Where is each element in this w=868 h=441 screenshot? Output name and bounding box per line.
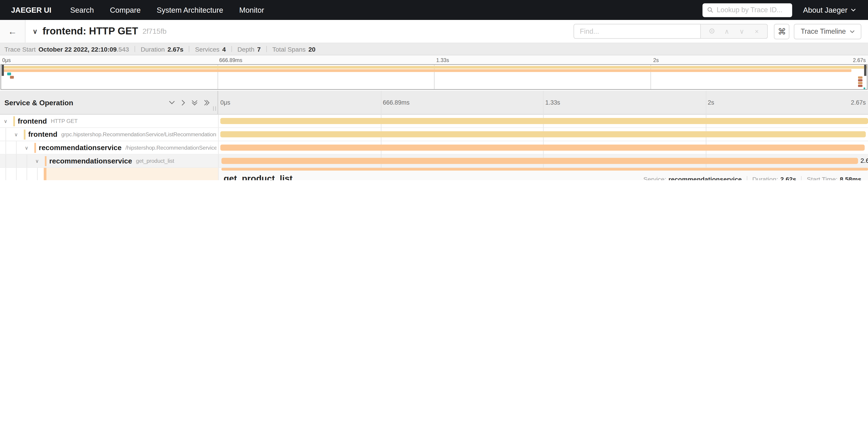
minimap-span-bar — [10, 76, 14, 78]
span-meta: Service:recommendationserviceDuration:2.… — [638, 176, 863, 180]
span-operation-name: /hipstershop.RecommendationService/Lis..… — [125, 145, 216, 151]
meta-value: 2.62s — [780, 176, 796, 180]
find-input[interactable] — [574, 24, 701, 39]
span-detail-title-row: get_product_list Service:recommendations… — [223, 174, 862, 180]
span-labels: recommendationserviceget_product_list — [49, 155, 217, 167]
span-detail-highlight — [46, 168, 218, 180]
clear-find-icon[interactable]: × — [749, 27, 764, 35]
arrow-left-icon: ← — [8, 26, 17, 36]
span-operation-name: grpc.hipstershop.RecommendationService/L… — [61, 131, 217, 138]
span-rows-top: ∨frontendHTTP GET∨frontendgrpc.hipstersh… — [0, 115, 868, 168]
stat-suffix: .543 — [117, 46, 129, 52]
viewport-right-handle[interactable] — [864, 65, 866, 76]
minimap-canvas[interactable] — [0, 64, 867, 90]
stat-value: 2.67s — [167, 46, 183, 52]
collapse-all-icon[interactable] — [191, 99, 197, 106]
trace-stat: Duration2.67s — [141, 46, 184, 52]
span-meta-item: Start Time:8.58ms — [801, 176, 863, 180]
column-resizer[interactable] — [213, 107, 216, 111]
span-row-timeline[interactable] — [218, 141, 868, 154]
span-row[interactable]: ∨frontendgrpc.hipstershop.Recommendation… — [0, 128, 868, 141]
indent-guide — [16, 155, 17, 167]
row-collapse-chevron[interactable]: ∨ — [23, 145, 30, 150]
stat-value: 4 — [222, 46, 226, 52]
stat-separator — [266, 46, 267, 52]
timeline-tick-label: 0μs — [2, 57, 11, 63]
span-meta-item: Service:recommendationservice — [638, 176, 747, 180]
trace-stats-bar: Trace StartOctober 22 2022, 22:10:09.543… — [0, 43, 868, 56]
service-operation-header: Service & Operation — [0, 91, 218, 114]
indent-guide — [16, 141, 17, 154]
span-color-bar — [13, 116, 15, 126]
row-collapse-chevron[interactable]: ∨ — [12, 131, 20, 137]
meta-value: recommendationservice — [669, 176, 742, 180]
minimap-span-bar — [858, 85, 863, 87]
stat-label: Trace Start — [4, 46, 36, 52]
span-row[interactable]: ∨frontendHTTP GET — [0, 115, 868, 128]
span-detail-indent — [0, 168, 218, 180]
nav-item-monitor[interactable]: Monitor — [239, 6, 264, 14]
row-collapse-chevron[interactable]: ∨ — [2, 118, 9, 124]
span-row-timeline[interactable] — [218, 115, 868, 127]
stat-label: Total Spans — [273, 46, 306, 52]
stat-separator — [189, 46, 189, 52]
find-group: ∧ ∨ × — [574, 24, 768, 39]
prev-match-icon[interactable]: ∧ — [719, 27, 734, 35]
trace-timeline: Service & Operation 0μs666.89ms1.33s2s2.… — [0, 91, 868, 180]
tree-controls — [169, 99, 210, 106]
expand-one-icon[interactable] — [181, 99, 186, 106]
about-jaeger-label: About Jaeger — [803, 6, 847, 14]
trace-id-search-input[interactable] — [717, 6, 787, 14]
nav-item-compare[interactable]: Compare — [110, 6, 141, 14]
minimap-span-bar — [7, 72, 11, 75]
trace-collapse-caret[interactable]: ∨ — [33, 27, 37, 35]
span-row-timeline[interactable]: 2.62s — [218, 155, 868, 167]
timeline-tick-label: 666.89ms — [383, 99, 409, 106]
viewport-left-handle[interactable] — [2, 65, 4, 76]
span-operation-title: get_product_list — [223, 174, 292, 180]
span-service-name: frontend — [18, 117, 47, 125]
trace-view-selector[interactable]: Trace Timeline — [794, 24, 861, 39]
timeline-header: Service & Operation 0μs666.89ms1.33s2s2.… — [0, 91, 868, 115]
about-jaeger-menu[interactable]: About Jaeger — [803, 6, 856, 14]
trace-header-controls: ∧ ∨ × ⌘ Trace Timeline — [574, 24, 868, 39]
minimap-span-bar — [858, 77, 863, 79]
nav-item-search[interactable]: Search — [70, 6, 94, 14]
focus-match-icon[interactable] — [704, 27, 719, 35]
span-duration-bar — [221, 158, 858, 164]
collapse-one-icon[interactable] — [169, 100, 175, 105]
search-icon — [707, 6, 713, 13]
back-button[interactable]: ← — [0, 20, 26, 42]
row-collapse-chevron[interactable]: ∨ — [33, 158, 41, 164]
indent-guide — [5, 155, 6, 167]
trace-title: frontend: HTTP GET — [42, 26, 138, 37]
meta-label: Duration: — [752, 176, 778, 180]
jaeger-trace-page: JAEGER UI SearchCompareSystem Architectu… — [0, 0, 868, 180]
span-labels: frontendgrpc.hipstershop.RecommendationS… — [28, 128, 217, 141]
trace-stat: Total Spans20 — [273, 46, 316, 52]
timeline-tick-label: 2.67s — [853, 57, 866, 63]
meta-label: Start Time: — [807, 176, 837, 180]
span-name-cell: ∨recommendationserviceget_product_list — [0, 155, 218, 167]
span-row[interactable]: ∨recommendationserviceget_product_list2.… — [0, 155, 868, 168]
stat-label: Services — [195, 46, 219, 52]
timeline-tick-label: 0μs — [220, 99, 230, 106]
span-labels: frontendHTTP GET — [18, 115, 216, 127]
span-detail-panel: get_product_list Service:recommendations… — [218, 168, 868, 180]
keyboard-shortcuts-button[interactable]: ⌘ — [774, 24, 790, 39]
nav-item-system-architecture[interactable]: System Architecture — [157, 6, 223, 14]
span-duration-label: 2.62s — [861, 157, 868, 164]
meta-label: Service: — [643, 176, 666, 180]
span-service-name: frontend — [28, 130, 58, 139]
app-logo[interactable]: JAEGER UI — [11, 6, 51, 14]
expand-all-icon[interactable] — [204, 99, 210, 106]
minimap-span-bar — [4, 66, 867, 68]
span-row-timeline[interactable] — [218, 128, 868, 141]
next-match-icon[interactable]: ∨ — [734, 27, 749, 35]
trace-id-search[interactable] — [702, 3, 792, 17]
stat-value: 7 — [257, 46, 261, 52]
span-service-name: recommendationservice — [39, 144, 122, 152]
span-row[interactable]: ∨recommendationservice/hipstershop.Recom… — [0, 141, 868, 155]
span-name-cell: ∨recommendationservice/hipstershop.Recom… — [0, 141, 218, 154]
timeline-tick-label: 2.67s — [851, 99, 866, 106]
